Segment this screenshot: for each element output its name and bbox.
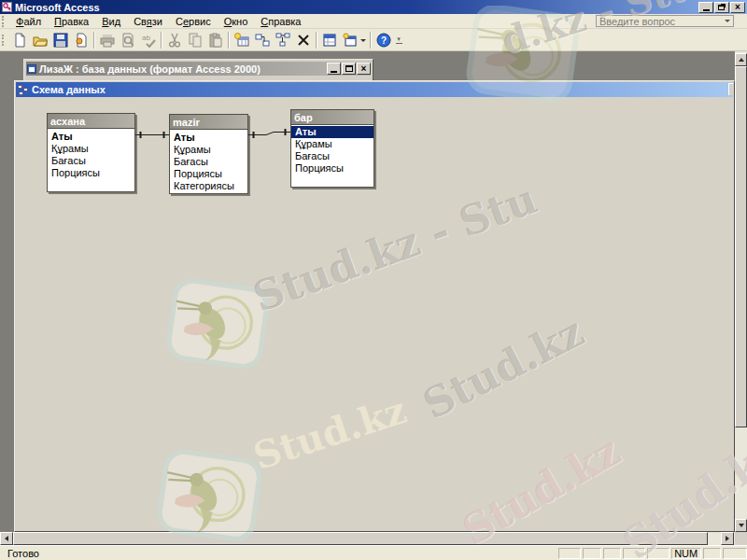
relationships-icon	[18, 85, 28, 95]
app-title-bar: Microsoft Access ×	[0, 0, 747, 14]
status-panel	[703, 548, 722, 559]
all-relationships-button[interactable]	[273, 31, 293, 49]
vertical-scroll-thumb[interactable]	[735, 66, 747, 427]
close-icon: ×	[361, 64, 367, 74]
field-row[interactable]: Порциясы	[170, 168, 247, 180]
relationships-window: Схема данных асхана Аты Құрамы Бағасы	[14, 80, 735, 532]
close-button[interactable]: ×	[730, 2, 745, 13]
new-object-button[interactable]	[340, 31, 368, 49]
help-button[interactable]: ?	[374, 31, 394, 49]
direct-relationships-icon	[255, 33, 270, 48]
show-table-button[interactable]	[232, 31, 252, 49]
toolbar-separator	[316, 32, 317, 49]
status-message: Готово	[0, 548, 557, 559]
show-table-icon	[234, 33, 249, 48]
toolbar: ab ? ▾	[0, 29, 747, 51]
svg-text:?: ?	[381, 35, 387, 46]
svg-text:ab: ab	[142, 34, 150, 42]
toolbar-options-button[interactable]: ▾	[394, 32, 403, 49]
table-ashana-header[interactable]: асхана	[48, 114, 134, 129]
field-row[interactable]: Құрамы	[291, 138, 374, 150]
horizontal-scroll-thumb[interactable]	[13, 532, 708, 545]
menu-file[interactable]: Файл	[9, 15, 48, 28]
menu-relationships[interactable]: Связи	[127, 15, 169, 28]
open-folder-icon	[33, 33, 48, 48]
toolbar-drag-handle[interactable]	[2, 35, 7, 46]
open-button[interactable]	[30, 31, 50, 49]
restore-icon	[718, 5, 725, 10]
print-button	[97, 31, 118, 49]
table-mazir-header[interactable]: mazir	[170, 115, 247, 130]
paste-icon	[208, 33, 223, 48]
menu-edit[interactable]: Правка	[48, 15, 95, 28]
db-minimize-button[interactable]	[327, 63, 341, 75]
menu-help[interactable]: Справка	[254, 15, 307, 28]
screen: { "window": { "title": "Microsoft Access…	[0, 0, 747, 560]
chevron-down-icon	[360, 39, 366, 45]
status-panel	[647, 548, 669, 559]
field-row[interactable]: Аты	[48, 131, 134, 143]
database-window-button[interactable]	[319, 31, 340, 49]
field-row[interactable]: Құрамы	[48, 143, 134, 155]
field-row[interactable]: Аты	[170, 132, 247, 144]
field-row[interactable]: Бағасы	[170, 156, 247, 168]
scroll-up-button[interactable]	[735, 53, 747, 66]
new-object-icon	[343, 33, 358, 48]
scrollbar-corner	[735, 532, 747, 545]
scroll-left-button[interactable]	[0, 532, 13, 545]
field-row[interactable]: Бағасы	[48, 155, 134, 167]
help-icon: ?	[376, 33, 391, 48]
all-relationships-icon	[275, 33, 290, 48]
db-close-button[interactable]: ×	[357, 63, 371, 75]
paste-button	[205, 31, 226, 49]
vertical-scrollbar[interactable]	[735, 51, 747, 532]
restore-button[interactable]	[714, 2, 729, 13]
status-bar: Готово NUM	[0, 545, 747, 560]
menu-tools[interactable]: Сервис	[169, 15, 218, 28]
database-file-icon	[27, 64, 36, 74]
save-button[interactable]	[50, 31, 71, 49]
database-window-title-bar[interactable]: ЛизаЖ : база данных (формат Access 2000)…	[26, 62, 371, 76]
file-search-button[interactable]	[71, 31, 92, 49]
arrow-left-icon	[2, 536, 8, 541]
scroll-down-button[interactable]	[735, 519, 747, 532]
field-row[interactable]: Порциясы	[48, 167, 134, 179]
table-bar[interactable]: бар Аты Құрамы Бағасы Порциясы	[290, 109, 374, 188]
scroll-right-button[interactable]	[721, 532, 734, 545]
arrow-up-icon	[739, 55, 744, 62]
status-panel	[723, 548, 747, 559]
field-row[interactable]: Порциясы	[291, 162, 374, 175]
relationships-canvas[interactable]: асхана Аты Құрамы Бағасы Порциясы mazir …	[16, 97, 733, 530]
table-mazir[interactable]: mazir Аты Құрамы Бағасы Порциясы Категор…	[169, 114, 248, 194]
minimize-button[interactable]	[698, 2, 713, 13]
new-file-icon	[12, 33, 27, 48]
cut-button	[164, 31, 185, 49]
delete-button[interactable]	[293, 31, 314, 49]
menu-view[interactable]: Вид	[95, 15, 127, 28]
field-row[interactable]: Категориясы	[170, 180, 247, 192]
menu-window[interactable]: Окно	[218, 15, 255, 28]
direct-relationships-button[interactable]	[252, 31, 273, 49]
print-icon	[100, 33, 115, 48]
minimize-icon	[703, 9, 710, 11]
access-app-icon	[2, 2, 12, 12]
status-panel	[558, 548, 581, 559]
field-row[interactable]: Құрамы	[170, 144, 247, 156]
new-button[interactable]	[9, 31, 30, 49]
clipped-window-button	[728, 83, 733, 95]
file-search-icon	[74, 33, 89, 48]
relationships-title-bar[interactable]: Схема данных	[16, 82, 733, 97]
minimize-icon	[331, 71, 337, 73]
field-row[interactable]: Бағасы	[291, 150, 374, 162]
menu-drag-handle[interactable]	[2, 16, 7, 27]
table-ashana[interactable]: асхана Аты Құрамы Бағасы Порциясы	[47, 113, 135, 192]
table-bar-header[interactable]: бар	[291, 110, 374, 125]
status-panel	[623, 548, 645, 559]
db-maximize-button[interactable]	[342, 63, 356, 75]
mdi-workspace: ЛизаЖ : база данных (формат Access 2000)…	[0, 51, 735, 532]
toolbar-separator	[228, 32, 230, 49]
maximize-icon	[345, 65, 353, 72]
field-row-selected[interactable]: Аты	[291, 126, 374, 138]
horizontal-scrollbar[interactable]	[0, 532, 735, 545]
ask-question-input[interactable]: Введите вопрос	[596, 15, 734, 27]
